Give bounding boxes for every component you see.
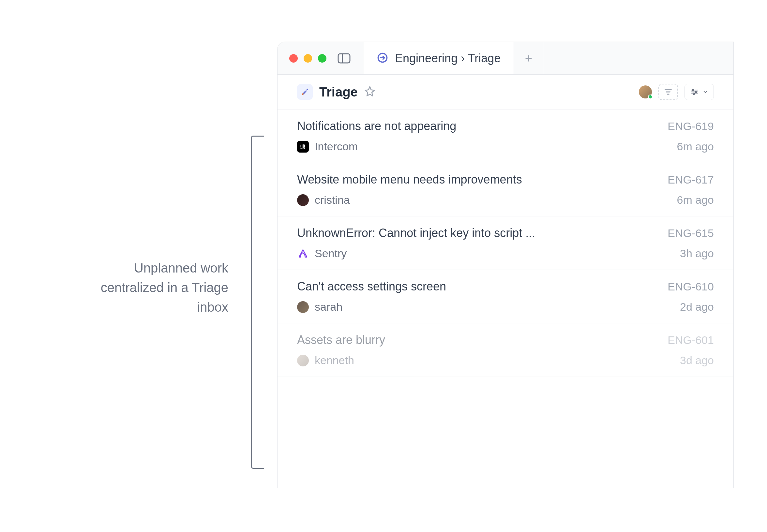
issue-time: 3h ago: [680, 247, 714, 260]
sidebar-icon: [337, 53, 350, 64]
close-window-button[interactable]: [289, 54, 298, 63]
minimize-window-button[interactable]: [303, 54, 312, 63]
svg-point-6: [693, 93, 695, 95]
issue-source: cristina: [297, 194, 350, 206]
issue-title: Notifications are not appearing: [297, 119, 456, 133]
app-window: Engineering › Triage Triage: [277, 42, 734, 488]
titlebar: Engineering › Triage: [277, 42, 733, 75]
presence-indicator: [648, 95, 653, 99]
issue-id: ENG-601: [668, 334, 714, 347]
page-header: Triage: [277, 75, 733, 110]
user-avatar-icon: [297, 194, 309, 206]
issue-source: kenneth: [297, 354, 354, 367]
page-title: Triage: [319, 85, 358, 99]
issue-id: ENG-615: [668, 227, 714, 240]
chevron-down-icon: [702, 89, 708, 95]
fade-overlay: [277, 422, 733, 488]
user-avatar-icon: [297, 301, 309, 313]
cycle-icon: [376, 52, 389, 65]
issue-id: ENG-617: [668, 173, 714, 186]
bracket-annotation: [251, 136, 264, 469]
filter-icon: [664, 87, 673, 96]
source-label: kenneth: [315, 354, 354, 367]
view-settings-button[interactable]: [685, 84, 714, 100]
issue-id: ENG-619: [668, 120, 714, 133]
favorite-button[interactable]: [364, 86, 375, 98]
svg-point-5: [695, 91, 697, 93]
user-avatar[interactable]: [639, 85, 652, 98]
sliders-icon: [690, 87, 699, 96]
issue-title: Can't access settings screen: [297, 280, 446, 293]
issue-source: Sentry: [297, 247, 346, 260]
issue-time: 6m ago: [677, 194, 714, 206]
issue-time: 6m ago: [677, 140, 714, 153]
traffic-lights: [277, 54, 326, 63]
issue-title: UnknownError: Cannot inject key into scr…: [297, 226, 535, 240]
svg-point-4: [692, 89, 694, 91]
sentry-icon: [297, 248, 309, 259]
issue-source: sarah: [297, 301, 342, 313]
star-icon: [364, 86, 375, 97]
user-avatar-icon: [297, 355, 309, 366]
maximize-window-button[interactable]: [318, 54, 326, 63]
issue-row[interactable]: Notifications are not appearing ENG-619 …: [277, 110, 733, 163]
issue-row[interactable]: Can't access settings screen ENG-610 sar…: [277, 270, 733, 323]
source-label: Sentry: [315, 247, 346, 260]
svg-point-3: [305, 90, 306, 92]
sidebar-toggle-button[interactable]: [337, 53, 350, 64]
issue-list: Notifications are not appearing ENG-619 …: [277, 110, 733, 488]
new-tab-button[interactable]: [514, 42, 543, 74]
issue-source: Intercom: [297, 140, 358, 153]
source-label: cristina: [315, 194, 350, 206]
tab-engineering-triage[interactable]: Engineering › Triage: [363, 42, 514, 74]
issue-time: 2d ago: [680, 301, 714, 313]
caption-text: Unplanned work centralized in a Triage i…: [72, 258, 228, 317]
intercom-icon: [297, 141, 309, 153]
issue-row[interactable]: Assets are blurry ENG-601 kenneth 3d ago: [277, 323, 733, 377]
issue-title: Website mobile menu needs improvements: [297, 173, 522, 186]
issue-row[interactable]: UnknownError: Cannot inject key into scr…: [277, 216, 733, 270]
issue-row[interactable]: Website mobile menu needs improvements E…: [277, 163, 733, 216]
issue-title: Assets are blurry: [297, 333, 385, 347]
breadcrumb: Engineering › Triage: [395, 52, 501, 65]
plus-icon: [524, 54, 533, 63]
issue-id: ENG-610: [668, 280, 714, 293]
issue-time: 3d ago: [680, 354, 714, 367]
svg-rect-0: [338, 54, 350, 63]
rocket-icon: [297, 84, 313, 100]
filter-button[interactable]: [658, 84, 678, 100]
source-label: sarah: [315, 301, 342, 313]
source-label: Intercom: [315, 140, 358, 153]
